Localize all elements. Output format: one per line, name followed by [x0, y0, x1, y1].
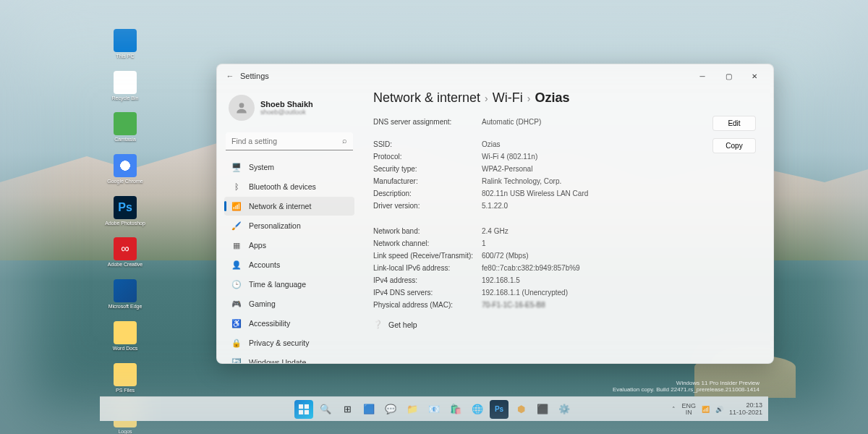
titlebar: ← Settings ─ ▢ ✕	[217, 64, 773, 88]
minimize-button[interactable]: ─	[689, 66, 715, 86]
sidebar-item[interactable]: 🖥️System	[224, 158, 354, 176]
icon-label: Adobe Photoshop	[105, 221, 145, 226]
desktop-icon[interactable]: Recycle Bin	[105, 71, 145, 101]
sidebar-item[interactable]: 📶Network & internet	[224, 197, 354, 216]
property-key: Network channel:	[373, 237, 482, 250]
app-icon	[114, 112, 137, 135]
desktop-icon[interactable]: Google Chrome	[105, 154, 145, 184]
property-value: 600/72 (Mbps)	[482, 250, 528, 262]
chevron-right-icon: ›	[527, 93, 531, 104]
sidebar-item[interactable]: 🎮Gaming	[224, 294, 354, 313]
desktop-icon[interactable]: Microsoft Edge	[105, 279, 145, 310]
sidebar-item[interactable]: 🕒Time & language	[224, 275, 354, 294]
photoshop-icon[interactable]: Ps	[490, 400, 509, 419]
property-value: 192.168.1.1 (Unencrypted)	[482, 286, 568, 299]
volume-tray-icon[interactable]: 🔊	[715, 406, 723, 413]
property-key: IPv4 DNS servers:	[373, 286, 482, 299]
icon-label: PS Files	[116, 388, 135, 393]
desktop-icons: This PCRecycle BinCamtasiaGoogle ChromeP…	[105, 29, 145, 434]
desktop-icon[interactable]: PsAdobe Photoshop	[105, 196, 145, 226]
property-value: WPA2-Personal	[482, 163, 532, 175]
desktop-icon[interactable]: Word Docs	[105, 321, 145, 352]
nav-label: System	[249, 163, 274, 171]
breadcrumb: Network & internet › Wi-Fi › Ozias	[373, 90, 756, 106]
clock[interactable]: 20:1311-10-2021	[729, 402, 762, 417]
icon-label: Word Docs	[113, 346, 138, 352]
desktop-icon[interactable]: PS Files	[105, 363, 145, 393]
terminal-icon[interactable]: ⬛	[533, 400, 552, 419]
nav-label: Accessibility	[249, 319, 290, 328]
desktop-icon[interactable]: This PC	[105, 29, 145, 59]
user-account[interactable]: Shoeb Shaikh shoeb@outlook	[224, 92, 354, 124]
edit-button[interactable]: Edit	[712, 116, 756, 131]
edge-icon[interactable]: 🌐	[468, 400, 487, 419]
chevron-right-icon: ›	[485, 93, 488, 104]
property-key: Description:	[373, 187, 482, 200]
nav-label: Time & language	[249, 280, 306, 289]
property-row: Description:802.11n USB Wireless LAN Car…	[373, 187, 704, 200]
taskview-icon[interactable]: ⊞	[338, 400, 357, 419]
sidebar-item[interactable]: ♿Accessibility	[224, 314, 354, 333]
search-input[interactable]	[226, 132, 353, 150]
language-indicator[interactable]: ENGIN	[681, 403, 696, 416]
property-key: Manufacturer:	[373, 175, 482, 187]
nav-list: 🖥️SystemᛒBluetooth & devices📶Network & i…	[224, 158, 354, 363]
svg-rect-2	[305, 404, 309, 409]
icon-label: Google Chrome	[107, 179, 142, 184]
window-title: Settings	[240, 72, 269, 80]
property-value: 70-F1-1C-16-E5-B8	[482, 299, 545, 311]
sidebar-item[interactable]: 🔒Privacy & security	[224, 333, 354, 352]
icon-label: This PC	[116, 54, 135, 59]
property-value: Ralink Technology, Corp.	[482, 175, 561, 187]
sidebar-item[interactable]: ▦Apps	[224, 236, 354, 255]
sidebar: Shoeb Shaikh shoeb@outlook ⌕ 🖥️SystemᛒBl…	[217, 88, 362, 363]
wifi-tray-icon[interactable]: 📶	[702, 406, 710, 413]
widgets-icon[interactable]: 🟦	[359, 400, 378, 419]
back-button[interactable]: ←	[223, 72, 237, 80]
property-row: SSID:Ozias	[373, 138, 704, 150]
nav-icon: ᛒ	[231, 182, 242, 192]
taskbar-center: 🔍 ⊞ 🟦 💬 📁 📧 🛍️ 🌐 Ps ⬢ ⬛ ⚙️	[294, 400, 574, 419]
nav-label: Accounts	[249, 260, 280, 269]
app-icon	[114, 29, 137, 52]
property-value: 802.11n USB Wireless LAN Card	[482, 187, 588, 200]
sidebar-item[interactable]: 🔄Windows Update	[224, 353, 354, 363]
sidebar-item[interactable]: ᛒBluetooth & devices	[224, 177, 354, 196]
mail-icon[interactable]: 📧	[425, 400, 443, 419]
explorer-icon[interactable]: 📁	[403, 400, 422, 419]
app-icon: ∞	[114, 237, 137, 260]
copy-button[interactable]: Copy	[712, 138, 756, 153]
start-button[interactable]	[294, 400, 313, 419]
avatar	[229, 95, 255, 121]
main-content: Network & internet › Wi-Fi › Ozias DNS s…	[362, 88, 773, 363]
sidebar-item[interactable]: 🖌️Personalization	[224, 216, 354, 235]
crumb-network[interactable]: Network & internet	[373, 90, 480, 106]
tray-chevron-icon[interactable]: ˄	[672, 406, 676, 413]
get-help-link[interactable]: ❔ Get help	[373, 320, 756, 329]
maximize-button[interactable]: ▢	[715, 66, 741, 86]
property-key: Link speed (Receive/Transmit):	[373, 250, 482, 262]
nav-icon: 👤	[231, 260, 242, 270]
close-button[interactable]: ✕	[741, 66, 767, 86]
property-key: Security type:	[373, 163, 482, 175]
chat-icon[interactable]: 💬	[381, 400, 400, 419]
property-row: Driver version:5.1.22.0	[373, 200, 704, 212]
property-key: Link-local IPv6 address:	[373, 262, 482, 274]
property-value: Automatic (DHCP)	[482, 116, 541, 128]
settings-taskbar-icon[interactable]: ⚙️	[555, 400, 574, 419]
sidebar-item[interactable]: 👤Accounts	[224, 255, 354, 274]
search-taskbar-icon[interactable]: 🔍	[316, 400, 335, 419]
help-icon: ❔	[373, 320, 383, 329]
vscode-icon[interactable]: ⬢	[511, 400, 530, 419]
store-icon[interactable]: 🛍️	[446, 400, 465, 419]
nav-icon: 🎮	[231, 299, 242, 309]
crumb-wifi[interactable]: Wi-Fi	[493, 90, 523, 106]
desktop-icon[interactable]: Camtasia	[105, 112, 145, 142]
property-row: Link speed (Receive/Transmit):600/72 (Mb…	[373, 250, 704, 262]
nav-label: Windows Update	[249, 358, 306, 363]
property-key: SSID:	[373, 138, 482, 150]
property-value: Ozias	[482, 138, 501, 150]
desktop-icon[interactable]: ∞Adobe Creative	[105, 237, 145, 268]
property-row: Network band:2.4 GHz	[373, 225, 704, 237]
search-box: ⌕	[226, 132, 353, 150]
